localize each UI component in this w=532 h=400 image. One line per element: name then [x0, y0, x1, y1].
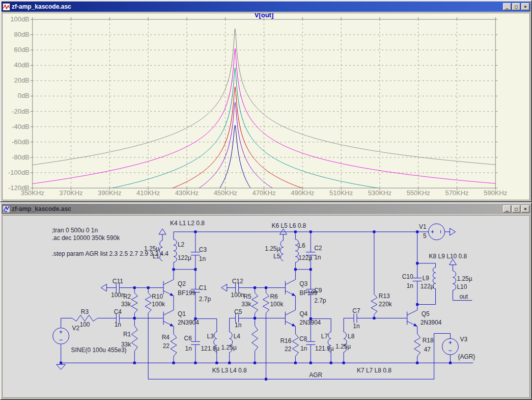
schematic-label: C11: [113, 278, 123, 285]
resistor-R10[interactable]: [145, 293, 151, 313]
transistor-Q4[interactable]: [285, 310, 295, 326]
resistor-R3[interactable]: [72, 315, 98, 321]
y-tick-label: -120dB: [8, 184, 30, 192]
schematic-label: Q2: [178, 280, 186, 287]
capacitor-C8[interactable]: [306, 341, 315, 344]
source-V1[interactable]: [429, 224, 445, 240]
schematic-label: C10: [402, 273, 413, 280]
waveform-window: zf-amp_kascode.asc _ □ × 350KHz370KHz390…: [0, 0, 532, 202]
resistor-R18[interactable]: [414, 334, 421, 356]
x-tick-label: 550KHz: [407, 189, 430, 197]
plot-title: V[out]: [255, 13, 273, 19]
schematic-label: 5: [423, 232, 427, 239]
y-tick-label: -100dB: [8, 169, 30, 176]
waveform-titlebar[interactable]: zf-amp_kascode.asc _ □ ×: [2, 2, 530, 12]
resistor-R1[interactable]: [131, 326, 137, 351]
schematic-label: 1.25µ: [335, 343, 351, 350]
schematic-label: 2N3904: [178, 319, 199, 326]
junction-dot: [416, 230, 418, 233]
schematic-label: 1n: [115, 321, 121, 328]
junction-dot: [133, 317, 136, 319]
schematic-label: SINE(0 100u 455e3): [71, 346, 127, 354]
schematic-label: 1n: [314, 254, 321, 261]
y-tick-label: -40dB: [12, 123, 30, 130]
junction-dot: [373, 317, 375, 319]
close-button[interactable]: ×: [521, 3, 529, 10]
schematic-label: C12: [232, 278, 243, 285]
inductor-L2[interactable]: [174, 239, 177, 262]
up-flag-icon[interactable]: [159, 229, 166, 234]
junction-dot: [173, 268, 175, 271]
schematic-label: R5: [243, 293, 251, 300]
x-tick-label: 470KHz: [252, 189, 275, 197]
y-tick-label: 20dB: [14, 76, 30, 84]
left-flag-icon[interactable]: [101, 284, 106, 291]
maximize-button[interactable]: □: [512, 3, 520, 10]
schematic-label: 1n: [199, 255, 206, 262]
resistor-R2[interactable]: [131, 293, 137, 313]
transistor-Q1[interactable]: [163, 310, 174, 326]
resistor-R13[interactable]: [371, 295, 377, 315]
schematic-titlebar[interactable]: zf-amp_kascode.asc _ □ ×: [2, 204, 530, 214]
schematic-label: 33k: [241, 301, 251, 308]
maximize-button[interactable]: □: [512, 205, 520, 212]
capacitor-C6[interactable]: [191, 341, 200, 344]
capacitor-C7[interactable]: [354, 313, 357, 323]
junction-dot: [254, 317, 256, 319]
schematic-label: Q4: [299, 310, 307, 317]
schematic-label: V3: [460, 336, 467, 343]
transistor-Q3[interactable]: [285, 280, 295, 296]
right-flag-icon[interactable]: [450, 228, 455, 235]
junction-dot: [254, 362, 256, 364]
x-tick-label: 490KHz: [291, 189, 314, 197]
resistor-R4[interactable]: [171, 334, 177, 356]
minimize-button[interactable]: _: [503, 205, 511, 212]
up-flag-icon[interactable]: [279, 229, 287, 234]
transistor-Q2[interactable]: [163, 280, 174, 296]
resistor-R5[interactable]: [252, 293, 258, 313]
inductor-L10[interactable]: [453, 271, 456, 290]
schematic-label: L3: [207, 333, 214, 340]
junction-dot: [254, 286, 256, 289]
junction-dot: [416, 362, 418, 364]
schematic-label: K5 L3 L4 0.8: [212, 367, 247, 374]
inductor-L5[interactable]: [280, 241, 283, 261]
schematic-label: K7 L7 L8 0.8: [357, 367, 391, 374]
schematic-label: V1: [419, 223, 427, 230]
junction-dot: [294, 230, 297, 233]
junction-dot: [449, 362, 452, 364]
resistor-R6[interactable]: [263, 293, 269, 313]
schematic-pane[interactable]: ;tran 0 500u 0 1n.ac dec 10000 350k 590k…: [2, 215, 530, 398]
schematic-label: out: [459, 293, 468, 300]
schematic-label: C2: [314, 245, 322, 252]
x-tick-label: 370KHz: [59, 189, 82, 197]
close-button[interactable]: ×: [521, 205, 529, 212]
schematic-label: 1n: [235, 322, 241, 329]
resistor-R16[interactable]: [292, 334, 298, 356]
schematic-label: 1.25µ: [457, 275, 472, 282]
minimize-button[interactable]: _: [503, 3, 511, 10]
waveform-pane[interactable]: 350KHz370KHz390KHz410KHz430KHz450KHz470K…: [2, 13, 530, 200]
schematic-label: V2: [72, 325, 80, 332]
schematic-label: 2.7p: [314, 297, 326, 304]
schematic-label: {AGR}: [458, 353, 475, 360]
up-flag-icon[interactable]: [449, 259, 456, 265]
transistor-Q5[interactable]: [407, 310, 417, 326]
schematic-label: 121.9µ: [315, 345, 334, 352]
left-flag-icon[interactable]: [221, 284, 227, 291]
schematic-label: R18: [423, 337, 434, 344]
schematic-label: AGR: [309, 371, 322, 379]
ground-icon[interactable]: [57, 364, 66, 369]
schematic-label: 122µ: [298, 254, 312, 261]
resistor-R7[interactable]: [252, 326, 258, 351]
source-polarity: [60, 330, 63, 340]
x-tick-label: 530KHz: [368, 189, 391, 197]
capacitor-C10[interactable]: [413, 278, 422, 281]
source-V2[interactable]: [53, 328, 69, 344]
junction-dot: [194, 362, 197, 364]
schematic-label: R3: [81, 308, 89, 315]
waveform-icon: [3, 3, 10, 11]
schematic-label: 47: [424, 346, 431, 353]
schematic-label: R10: [152, 293, 163, 300]
source-V3[interactable]: [442, 338, 459, 355]
